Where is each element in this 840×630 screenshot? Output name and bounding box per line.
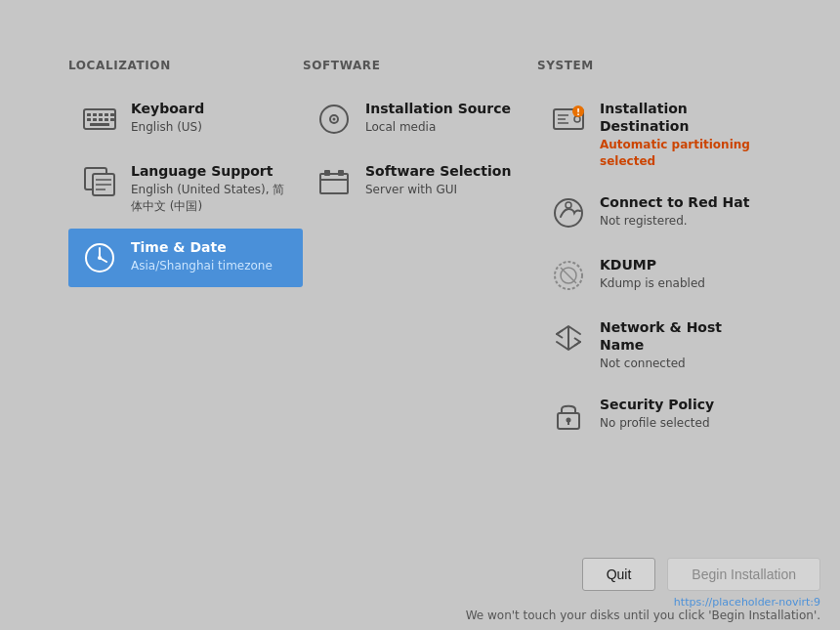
installation-source-subtitle: Local media <box>365 119 511 136</box>
bottom-bar: Quit Begin Installation https://placehol… <box>0 558 840 630</box>
button-row: Quit Begin Installation <box>582 558 820 591</box>
security-policy-text: Security Policy No profile selected <box>600 396 714 432</box>
svg-rect-24 <box>320 174 348 193</box>
language-title: Language Support <box>131 162 287 180</box>
keyboard-text: Keyboard English (US) <box>131 100 204 136</box>
installation-destination-text: Installation Destination Automatic parti… <box>600 100 760 170</box>
security-policy-subtitle: No profile selected <box>600 415 714 432</box>
installation-destination-title: Installation Destination <box>600 100 760 135</box>
svg-rect-26 <box>338 170 344 176</box>
disc-icon <box>315 100 354 139</box>
svg-rect-1 <box>87 113 91 116</box>
network-icon <box>549 318 588 357</box>
installation-destination-subtitle: Automatic partitioning selected <box>600 137 760 170</box>
time-date-title: Time & Date <box>131 238 273 256</box>
redhat-icon <box>549 193 588 232</box>
sections-container: LOCALIZATION <box>68 59 772 448</box>
lock-icon <box>549 396 588 435</box>
item-installation-source[interactable]: Installation Source Local media <box>303 90 537 148</box>
software-selection-text: Software Selection Server with GUI <box>365 162 511 198</box>
network-hostname-text: Network & Host Name Not connected <box>600 318 760 372</box>
section-localization: LOCALIZATION <box>68 59 303 448</box>
kdump-title: KDUMP <box>600 256 705 273</box>
item-installation-destination[interactable]: ! Installation Destination Automatic par… <box>537 90 772 180</box>
svg-rect-25 <box>324 170 330 176</box>
language-text: Language Support English (United States)… <box>131 162 287 215</box>
language-subtitle: English (United States), 简体中文 (中国) <box>131 182 287 215</box>
installation-source-text: Installation Source Local media <box>365 100 511 136</box>
item-kdump[interactable]: KDUMP Kdump is enabled <box>537 246 772 305</box>
connect-redhat-text: Connect to Red Hat Not registered. <box>600 193 749 230</box>
kdump-subtitle: Kdump is enabled <box>600 275 705 292</box>
item-security-policy[interactable]: Security Policy No profile selected <box>537 386 772 444</box>
svg-point-41 <box>567 418 571 423</box>
item-software-selection[interactable]: Software Selection Server with GUI <box>303 152 537 211</box>
security-policy-title: Security Policy <box>600 396 714 413</box>
svg-point-35 <box>566 202 571 208</box>
item-keyboard[interactable]: Keyboard English (US) <box>68 90 303 148</box>
svg-rect-2 <box>93 113 97 116</box>
software-selection-subtitle: Server with GUI <box>365 182 511 198</box>
keyboard-subtitle: English (US) <box>131 119 204 136</box>
begin-installation-button[interactable]: Begin Installation <box>667 558 820 591</box>
section-system: SYSTEM ! Installation D <box>537 59 772 448</box>
section-title-localization: LOCALIZATION <box>68 59 303 72</box>
item-connect-redhat[interactable]: Connect to Red Hat Not registered. <box>537 184 772 242</box>
main-content: LOCALIZATION <box>0 0 840 478</box>
item-network-hostname[interactable]: Network & Host Name Not connected <box>537 309 772 382</box>
section-title-system: SYSTEM <box>537 59 772 72</box>
svg-rect-4 <box>105 113 108 116</box>
language-icon <box>80 162 119 201</box>
kdump-text: KDUMP Kdump is enabled <box>600 256 705 292</box>
bottom-hint: https://placeholder-novirt:9 We won't to… <box>466 595 820 622</box>
svg-rect-9 <box>110 113 114 116</box>
network-hostname-subtitle: Not connected <box>600 356 760 372</box>
svg-rect-7 <box>99 118 103 121</box>
svg-point-34 <box>555 199 582 227</box>
time-date-subtitle: Asia/Shanghai timezone <box>131 258 273 274</box>
kdump-icon <box>549 256 588 295</box>
harddisk-icon: ! <box>549 100 588 139</box>
hint-text: We won't touch your disks until you clic… <box>466 609 820 622</box>
section-title-software: SOFTWARE <box>303 59 537 72</box>
svg-rect-11 <box>90 123 109 126</box>
package-icon <box>315 162 354 201</box>
keyboard-icon <box>80 100 119 139</box>
svg-point-20 <box>98 256 102 260</box>
svg-point-23 <box>333 118 336 121</box>
network-hostname-title: Network & Host Name <box>600 318 760 354</box>
item-time-date[interactable]: Time & Date Asia/Shanghai timezone <box>68 229 303 287</box>
url-hint: https://placeholder-novirt:9 <box>674 596 820 609</box>
svg-rect-6 <box>93 118 97 121</box>
time-date-text: Time & Date Asia/Shanghai timezone <box>131 238 273 274</box>
svg-rect-8 <box>105 118 108 121</box>
quit-button[interactable]: Quit <box>582 558 656 591</box>
item-language-support[interactable]: Language Support English (United States)… <box>68 152 303 225</box>
software-selection-title: Software Selection <box>365 162 511 180</box>
connect-redhat-subtitle: Not registered. <box>600 213 749 230</box>
svg-rect-3 <box>99 113 103 116</box>
clock-icon <box>80 238 119 277</box>
installation-source-title: Installation Source <box>365 100 511 117</box>
keyboard-title: Keyboard <box>131 100 204 117</box>
section-software: SOFTWARE Installation Source Local media <box>303 59 537 448</box>
svg-rect-10 <box>110 118 114 121</box>
connect-redhat-title: Connect to Red Hat <box>600 193 749 211</box>
svg-rect-5 <box>87 118 91 121</box>
svg-text:!: ! <box>576 107 580 117</box>
